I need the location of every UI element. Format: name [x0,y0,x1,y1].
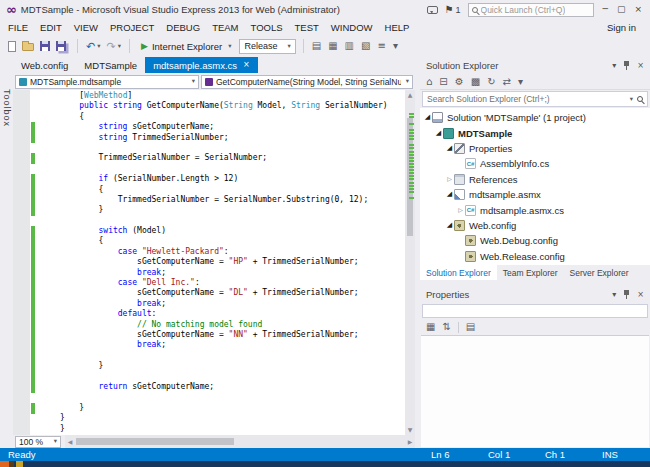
team-explorer-icon[interactable]: ▥ [345,41,354,51]
collapse-arrow-icon[interactable]: ◢ [445,191,454,198]
solution-explorer-search[interactable]: Search Solution Explorer (Ctrl+;) ▾ [422,91,648,107]
collapse-arrow-icon[interactable]: ◢ [434,130,443,137]
menu-debug[interactable]: DEBUG [160,21,206,34]
code-line[interactable]: { [60,112,405,122]
tab-mdtsample[interactable]: MDTSample [76,57,145,73]
redo-button[interactable]: ↷ ▾ [106,41,120,52]
scrollbar-thumb[interactable] [76,438,234,445]
solution-explorer-icon[interactable]: ▦ [328,41,337,51]
code-line[interactable]: TrimmedSerialNumber = SerialNumber.Subst… [60,195,405,205]
panel-tab-solution-explorer[interactable]: Solution Explorer [420,265,497,280]
code-line[interactable]: break; [60,340,405,350]
code-line[interactable]: public string GetComputerName(String Mod… [60,101,405,111]
close-icon[interactable]: × [637,62,644,70]
properties-icon[interactable]: ⚙ [455,77,464,87]
tree-item[interactable]: ◢Web.config [420,218,650,233]
code-line[interactable]: case "Dell Inc.": [60,278,405,288]
code-line[interactable]: return sGetComputerName; [60,382,405,392]
open-file-button[interactable] [22,41,34,51]
code-line[interactable] [60,164,405,174]
breakpoint-margin[interactable] [13,90,30,435]
code-line[interactable]: } [60,361,405,371]
new-web-site-button[interactable] [8,41,16,52]
close-icon[interactable]: × [637,291,644,299]
code-line[interactable] [60,351,405,361]
property-pages-icon[interactable]: ▤ [466,322,475,332]
home-icon[interactable]: ⌂ [426,77,432,87]
tab-toolbox[interactable]: Toolbox [2,89,12,127]
menu-edit[interactable]: EDIT [34,21,68,34]
tree-item[interactable]: AssemblyInfo.cs [420,156,650,171]
pin-icon[interactable] [623,290,630,299]
filter-dropdown-icon[interactable]: ▾ [518,77,523,87]
code-line[interactable]: TrimmedSerialNumber = SerialNumber; [60,153,405,163]
code-line[interactable]: sGetComputerName = "HP" + TrimmedSerialN… [60,257,405,267]
collapse-arrow-icon[interactable]: ◢ [445,222,454,229]
menu-tools[interactable]: TOOLS [245,21,289,34]
scroll-right-icon[interactable]: ▶ [405,438,415,445]
tree-item[interactable]: Web.Release.config [420,249,650,264]
sign-in-link[interactable]: Sign in [607,22,636,33]
tree-item[interactable]: ◢Properties [420,141,650,156]
code-line[interactable] [60,372,405,382]
output-window-icon[interactable]: ≡ [378,41,386,51]
save-button[interactable] [40,41,50,51]
type-dropdown[interactable]: MDTSample.mdtsample ▾ [15,75,199,89]
vertical-scrollbar[interactable]: ▲ ▼ [405,90,415,435]
menu-view[interactable]: VIEW [68,21,104,34]
sync-with-active-document-icon[interactable]: ⇄ [503,77,511,87]
code-line[interactable]: { [60,236,405,246]
code-line[interactable]: // No matching model found [60,320,405,330]
window-position-icon[interactable]: ▾ [612,291,616,299]
code-line[interactable]: default: [60,309,405,319]
maximize-button[interactable]: ▢ [617,5,626,14]
save-all-button[interactable] [56,41,69,51]
undo-button[interactable]: ↶ ▾ [86,41,100,52]
code-editor[interactable]: [WebMethod] public string GetComputerNam… [13,90,415,435]
properties-window-icon[interactable]: ▤ [312,41,321,51]
panel-tab-server-explorer[interactable]: Server Explorer [564,265,635,280]
code-line[interactable]: { [60,185,405,195]
tab-web.config[interactable]: Web.config [13,57,76,73]
tree-item[interactable]: ▷mdtsample.asmx.cs [420,202,650,217]
collapse-all-icon[interactable]: ⊟ [439,77,447,87]
minimize-button[interactable]: ─ [603,5,608,14]
code-line[interactable] [60,143,405,153]
error-list-icon[interactable]: ▧ [361,41,370,51]
refresh-icon[interactable]: ↻ [487,77,495,87]
window-position-icon[interactable]: ▾ [612,62,616,70]
code-line[interactable]: } [60,413,405,423]
code-line[interactable]: string sGetComputerName; [60,122,405,132]
scroll-down-icon[interactable]: ▼ [405,425,415,435]
tree-item[interactable]: ◢MDTSample [420,125,650,140]
pin-icon[interactable] [623,61,630,70]
tree-item[interactable]: ◢mdtsample.asmx [420,187,650,202]
menu-project[interactable]: PROJECT [104,21,160,34]
close-icon[interactable]: × [243,61,250,69]
quick-launch-input[interactable]: Quick Launch (Ctrl+Q) [468,3,594,17]
horizontal-scrollbar[interactable]: ◀ ▶ [65,435,415,448]
code-line[interactable]: } [60,205,405,215]
code-line[interactable]: break; [60,299,405,309]
code-line[interactable]: break; [60,268,405,278]
code-line[interactable]: } [60,403,405,413]
member-dropdown[interactable]: GetComputerName(String Model, String Ser… [201,75,413,89]
tab-mdtsample.asmx.cs[interactable]: mdtsample.asmx.cs× [145,57,258,73]
code-line[interactable] [60,392,405,402]
toolbar-options-icon[interactable]: ▾ [393,41,398,51]
scroll-left-icon[interactable]: ◀ [65,438,75,445]
scroll-up-icon[interactable]: ▲ [405,90,415,100]
alphabetical-icon[interactable]: ⇅ [442,322,450,332]
menu-help[interactable]: HELP [379,21,416,34]
code-line[interactable]: [WebMethod] [60,91,405,101]
code-line[interactable]: string TrimmedSerialNumber; [60,133,405,143]
configuration-combo[interactable]: Release ▾ [239,39,295,54]
tree-item[interactable]: ◢Solution 'MDTSample' (1 project) [420,110,650,125]
code-line[interactable]: sGetComputerName = "NN" + TrimmedSerialN… [60,330,405,340]
show-all-files-icon[interactable]: ▩ [471,77,480,87]
code-line[interactable]: } [60,424,405,434]
menu-test[interactable]: TEST [289,21,325,34]
categorized-icon[interactable]: ▦ [426,322,435,332]
notifications-button[interactable]: ⚑ 1 [445,5,461,15]
code-line[interactable]: switch (Model) [60,226,405,236]
